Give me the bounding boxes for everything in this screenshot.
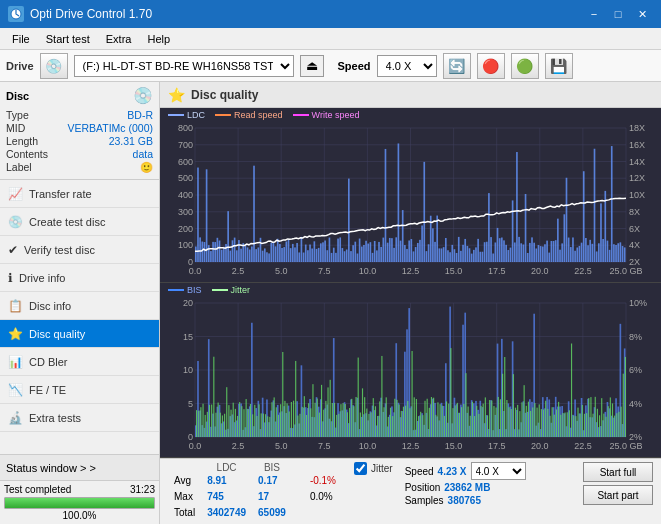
stats-avg-ldc: 8.91 [201,473,252,489]
disc-type-label: Type [6,109,29,121]
legend-ldc: LDC [168,110,205,120]
legend-read-speed: Read speed [215,110,283,120]
stats-max-jitter: 0.0% [304,489,342,505]
main-layout: Disc 💿 Type BD-R MID VERBATIMc (000) Len… [0,82,661,524]
disc-label-icon: 🙂 [140,161,153,174]
speed-info-value: 4.23 X [438,466,467,477]
nav-cd-bler-label: CD Bler [29,356,68,368]
jitter-legend-label: Jitter [231,285,251,295]
bis-legend-label: BIS [187,285,202,295]
minimize-button[interactable]: − [583,5,605,23]
app-title: Opti Drive Control 1.70 [30,7,152,21]
stats-table: LDC BIS Avg 8.91 0.17 -0.1% Max 745 17 [168,462,342,521]
ldc-legend-label: LDC [187,110,205,120]
disc-contents-label: Contents [6,148,48,160]
chart-top: LDC Read speed Write speed [160,108,661,283]
jitter-checkbox-label: Jitter [371,463,393,474]
cd-bler-icon: 📊 [8,355,23,369]
stats-avg-jitter: -0.1% [304,473,342,489]
close-button[interactable]: ✕ [631,5,653,23]
jitter-checkbox[interactable] [354,462,367,475]
window-controls: − □ ✕ [583,5,653,23]
nav-create-test-disc[interactable]: 💿 Create test disc [0,208,159,236]
save-button[interactable]: 💾 [545,53,573,79]
menu-help[interactable]: Help [139,31,178,47]
stats-header-ldc: LDC [201,462,252,473]
ldc-chart-canvas [160,108,661,282]
nav-drive-info[interactable]: ℹ Drive info [0,264,159,292]
disc-type-value: BD-R [127,109,153,121]
samples-value: 380765 [448,495,481,506]
content-area: ⭐ Disc quality LDC Read speed [160,82,661,524]
nav-verify-test-disc-label: Verify test disc [24,244,95,256]
speed-select[interactable]: 4.0 X 1.0 X 2.0 X 8.0 X [377,55,437,77]
jitter-section: Jitter [354,462,393,475]
menu-start-test[interactable]: Start test [38,31,98,47]
drive-icon-button[interactable]: 💿 [40,53,68,79]
disc-contents-value: data [133,148,153,160]
disc-panel: Disc 💿 Type BD-R MID VERBATIMc (000) Len… [0,82,159,180]
drive-bar: Drive 💿 (F:) HL-DT-ST BD-RE WH16NS58 TST… [0,50,661,82]
eject-button[interactable]: ⏏ [300,55,324,77]
legend-jitter: Jitter [212,285,251,295]
progress-bar [4,497,155,509]
stats-avg-label: Avg [168,473,201,489]
stats-max-label: Max [168,489,201,505]
settings-button2[interactable]: 🟢 [511,53,539,79]
drive-info-icon: ℹ [8,271,13,285]
speed-label: Speed [338,60,371,72]
speed-info-label: Speed [405,466,434,477]
nav-cd-bler[interactable]: 📊 CD Bler [0,348,159,376]
menu-file[interactable]: File [4,31,38,47]
menu-extra[interactable]: Extra [98,31,140,47]
nav-extra-tests[interactable]: 🔬 Extra tests [0,404,159,432]
nav-disc-info[interactable]: 📋 Disc info [0,292,159,320]
disc-icon: 💿 [133,86,153,105]
progress-fill [5,498,154,508]
stats-header-bis: BIS [252,462,292,473]
legend-write-speed: Write speed [293,110,360,120]
read-legend-label: Read speed [234,110,283,120]
nav-extra-tests-label: Extra tests [29,412,81,424]
maximize-button[interactable]: □ [607,5,629,23]
nav-create-test-disc-label: Create test disc [29,216,105,228]
settings-button1[interactable]: 🔴 [477,53,505,79]
disc-mid-label: MID [6,122,25,134]
title-bar: Opti Drive Control 1.70 − □ ✕ [0,0,661,28]
nav-disc-quality[interactable]: ⭐ Disc quality [0,320,159,348]
stats-bar: LDC BIS Avg 8.91 0.17 -0.1% Max 745 17 [160,458,661,524]
jitter-legend-dot [212,289,228,291]
nav-transfer-rate[interactable]: 📈 Transfer rate [0,180,159,208]
stats-avg-bis: 0.17 [252,473,292,489]
speed-info-section: Speed 4.23 X 4.0 X Position 23862 MB Sam… [405,462,526,506]
chart2-legend: BIS Jitter [168,285,250,295]
refresh-button[interactable]: 🔄 [443,53,471,79]
nav-fe-te[interactable]: 📉 FE / TE [0,376,159,404]
drive-label: Drive [6,60,34,72]
fe-te-icon: 📉 [8,383,23,397]
status-text: Test completed [4,484,71,495]
status-window-label: Status window > > [6,462,96,474]
disc-section-title: Disc [6,90,29,102]
start-buttons: Start full Start part [583,462,653,505]
time-text: 31:23 [130,484,155,495]
position-label: Position [405,482,441,493]
nav-disc-quality-label: Disc quality [29,328,85,340]
progress-section: Test completed 31:23 100.0% [0,480,159,524]
drive-select[interactable]: (F:) HL-DT-ST BD-RE WH16NS58 TST4 [74,55,294,77]
start-part-button[interactable]: Start part [583,485,653,505]
nav-verify-test-disc[interactable]: ✔ Verify test disc [0,236,159,264]
status-window[interactable]: Status window > > [0,454,159,480]
create-test-disc-icon: 💿 [8,215,23,229]
speed-info-select[interactable]: 4.0 X [471,462,526,480]
nav-fe-te-label: FE / TE [29,384,66,396]
nav-transfer-rate-label: Transfer rate [29,188,92,200]
disc-quality-icon: ⭐ [8,327,23,341]
write-legend-label: Write speed [312,110,360,120]
start-full-button[interactable]: Start full [583,462,653,482]
content-header-icon: ⭐ [168,87,185,103]
chart1-legend: LDC Read speed Write speed [168,110,359,120]
extra-tests-icon: 🔬 [8,411,23,425]
content-header: ⭐ Disc quality [160,82,661,108]
app-icon [8,6,24,22]
